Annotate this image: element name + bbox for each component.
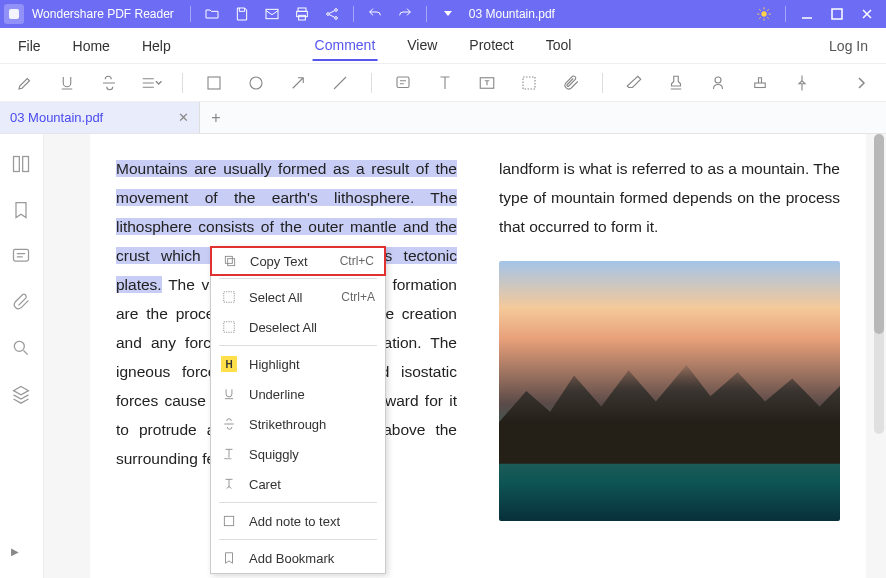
menu-tool[interactable]: Tool [544, 31, 574, 61]
attachments-panel-icon[interactable] [11, 292, 33, 314]
document-tabs: 03 Mountain.pdf ✕ + [0, 102, 886, 134]
ctx-add-note[interactable]: Add note to text [211, 506, 385, 536]
layers-icon[interactable] [11, 384, 33, 406]
svg-rect-22 [225, 256, 232, 263]
ctx-label: Underline [249, 387, 305, 402]
ctx-underline[interactable]: Underline [211, 379, 385, 409]
tab-document[interactable]: 03 Mountain.pdf ✕ [0, 102, 200, 133]
maximize-button[interactable] [822, 0, 852, 28]
svg-point-20 [14, 341, 24, 351]
svg-rect-14 [523, 77, 535, 89]
undo-icon[interactable] [360, 0, 390, 28]
comment-toolbar [0, 64, 886, 102]
menu-protect[interactable]: Protect [467, 31, 515, 61]
ctx-copy-text[interactable]: Copy Text Ctrl+C [210, 246, 386, 276]
svg-rect-4 [299, 15, 306, 20]
share-icon[interactable] [317, 0, 347, 28]
login-link[interactable]: Log In [829, 38, 868, 54]
redo-icon[interactable] [390, 0, 420, 28]
caret-icon [221, 476, 237, 492]
arrow-tool-icon[interactable] [287, 72, 309, 94]
expand-sidebar-icon[interactable]: ▶ [11, 546, 33, 568]
ctx-label: Squiggly [249, 447, 299, 462]
ctx-add-bookmark[interactable]: Add Bookmark [211, 543, 385, 573]
stamp-tool-icon[interactable] [665, 72, 687, 94]
textbox-tool-icon[interactable] [476, 72, 498, 94]
ctx-select-all[interactable]: Select All Ctrl+A [211, 282, 385, 312]
menu-view[interactable]: View [405, 31, 439, 61]
toolbar-more-icon[interactable] [850, 72, 872, 94]
print-icon[interactable] [287, 0, 317, 28]
document-title: 03 Mountain.pdf [469, 7, 555, 21]
ctx-label: Select All [249, 290, 302, 305]
area-highlight-icon[interactable] [518, 72, 540, 94]
ctx-caret[interactable]: Caret [211, 469, 385, 499]
tab-label: 03 Mountain.pdf [10, 110, 103, 125]
bookmark-icon [221, 550, 237, 566]
note-tool-icon[interactable] [392, 72, 414, 94]
ctx-label: Copy Text [250, 254, 308, 269]
svg-rect-21 [228, 259, 235, 266]
mail-icon[interactable] [257, 0, 287, 28]
svg-rect-23 [224, 292, 235, 303]
save-icon[interactable] [227, 0, 257, 28]
thumbnails-icon[interactable] [11, 154, 33, 176]
svg-point-11 [250, 77, 262, 89]
attachment-tool-icon[interactable] [560, 72, 582, 94]
pin-tool-icon[interactable] [791, 72, 813, 94]
svg-rect-12 [397, 77, 409, 88]
svg-rect-1 [266, 9, 278, 18]
list-tool-icon[interactable] [140, 72, 162, 94]
menu-help[interactable]: Help [140, 32, 173, 60]
minimize-button[interactable] [792, 0, 822, 28]
menu-comment[interactable]: Comment [313, 31, 378, 61]
deselect-icon [221, 319, 237, 335]
ctx-squiggly[interactable]: Squiggly [211, 439, 385, 469]
eraser-tool-icon[interactable] [623, 72, 645, 94]
search-icon[interactable] [11, 338, 33, 360]
signature-tool-icon[interactable] [707, 72, 729, 94]
document-viewport[interactable]: Mountains are usually formed as a result… [44, 134, 886, 578]
line-tool-icon[interactable] [329, 72, 351, 94]
rectangle-tool-icon[interactable] [203, 72, 225, 94]
select-all-icon [221, 289, 237, 305]
divider [190, 6, 191, 22]
ctx-label: Strikethrough [249, 417, 326, 432]
open-folder-icon[interactable] [197, 0, 227, 28]
bookmarks-icon[interactable] [11, 200, 33, 222]
ctx-label: Highlight [249, 357, 300, 372]
ctx-label: Caret [249, 477, 281, 492]
highlight-tool-icon[interactable] [14, 72, 36, 94]
dropdown-icon[interactable] [433, 0, 463, 28]
ctx-shortcut: Ctrl+C [340, 254, 374, 268]
ctx-highlight[interactable]: H Highlight [211, 349, 385, 379]
menu-home[interactable]: Home [71, 32, 112, 60]
divider [219, 502, 377, 503]
ctx-deselect-all[interactable]: Deselect All [211, 312, 385, 342]
text-tool-icon[interactable] [434, 72, 456, 94]
tab-close-icon[interactable]: ✕ [178, 110, 189, 125]
stamp2-tool-icon[interactable] [749, 72, 771, 94]
highlight-icon: H [221, 356, 237, 372]
scrollbar-thumb[interactable] [874, 134, 884, 334]
text-column-2: landform is what is referred to as a mou… [499, 154, 840, 558]
underline-tool-icon[interactable] [56, 72, 78, 94]
body-text[interactable]: landform is what is referred to as a mou… [499, 160, 840, 235]
close-button[interactable] [852, 0, 882, 28]
ctx-strikethrough[interactable]: Strikethrough [211, 409, 385, 439]
divider [182, 73, 183, 93]
menu-file[interactable]: File [16, 32, 43, 60]
theme-icon[interactable] [749, 0, 779, 28]
divider [426, 6, 427, 22]
tab-add-button[interactable]: + [200, 102, 232, 133]
svg-rect-9 [832, 9, 842, 19]
divider [219, 539, 377, 540]
vertical-scrollbar[interactable] [874, 134, 884, 434]
ctx-shortcut: Ctrl+A [341, 290, 375, 304]
circle-tool-icon[interactable] [245, 72, 267, 94]
menu-bar: File Home Help Comment View Protect Tool… [0, 28, 886, 64]
comments-panel-icon[interactable] [11, 246, 33, 268]
strikethrough-tool-icon[interactable] [98, 72, 120, 94]
svg-rect-10 [208, 77, 220, 89]
svg-rect-25 [224, 516, 233, 525]
